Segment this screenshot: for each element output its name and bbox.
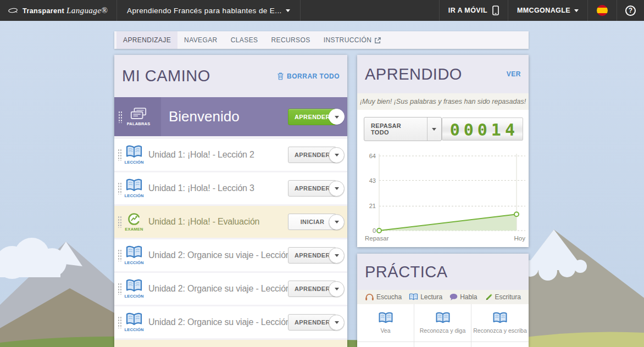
item-options-button[interactable] bbox=[329, 281, 345, 297]
item-options-button[interactable] bbox=[329, 109, 345, 125]
path-item-lesson: LECCIÓN Unidad 1: ¡Hola! - Lección 2 APR… bbox=[114, 139, 347, 171]
logo-swoosh-icon bbox=[8, 5, 18, 16]
path-item-lesson: LECCIÓN Unidad 2: Organice su viaje - Le… bbox=[114, 306, 347, 338]
drag-handle-icon[interactable] bbox=[118, 249, 121, 261]
item-options-button[interactable] bbox=[329, 147, 345, 163]
my-path-panel: MI CAMINO BORRAR TODO PALABRAS Bienvenid… bbox=[114, 55, 347, 347]
item-options-button[interactable] bbox=[329, 248, 345, 264]
username-label: MMCGONAGLE bbox=[517, 7, 570, 14]
item-options-button[interactable] bbox=[329, 214, 345, 230]
brand-logo: TransparentLanguage® bbox=[0, 0, 116, 21]
lesson-book-icon bbox=[125, 145, 143, 159]
user-menu[interactable]: MMCGONAGLE bbox=[508, 0, 587, 21]
review-counter: 00013 00014 00015 bbox=[442, 117, 523, 141]
chevron-down-icon bbox=[574, 9, 579, 12]
path-item-lesson: LECCIÓN Unidad 1: ¡Hola! - Lección 3 APR… bbox=[114, 172, 347, 204]
activity-cell[interactable] bbox=[357, 342, 414, 347]
svg-text:43: 43 bbox=[369, 177, 376, 184]
brand-suffix: Language® bbox=[66, 6, 108, 15]
path-item-exam: EXAMEN Unidad 1: ¡Hola! - Evaluación INI… bbox=[114, 206, 347, 238]
chevron-down-icon bbox=[286, 9, 290, 12]
skill-lectura[interactable]: Lectura bbox=[409, 293, 442, 301]
course-selector-label: Aprendiendo Francés para hablantes de E.… bbox=[127, 7, 282, 15]
drag-handle-icon[interactable] bbox=[118, 283, 121, 295]
book-icon bbox=[378, 312, 393, 324]
chevron-down-icon bbox=[335, 321, 339, 324]
speech-bubble-icon bbox=[449, 293, 458, 301]
brand-name: Transparent bbox=[23, 7, 64, 15]
item-type-badge: LECCIÓN bbox=[124, 294, 143, 299]
item-title: Bienvenido bbox=[169, 108, 288, 125]
item-type-badge: LECCIÓN bbox=[124, 260, 143, 265]
spanish-flag-icon bbox=[597, 5, 608, 16]
lesson-book-icon bbox=[125, 245, 143, 260]
skill-escritura[interactable]: Escritura bbox=[485, 293, 521, 301]
item-title: Unidad 2: Organice su viaje - Lección 1 bbox=[148, 250, 288, 260]
chevron-down-icon bbox=[432, 128, 436, 131]
flashcards-icon bbox=[130, 107, 147, 121]
chevron-down-icon bbox=[335, 187, 339, 190]
item-options-button[interactable] bbox=[329, 181, 345, 197]
drag-handle-icon[interactable] bbox=[118, 182, 121, 194]
book-icon bbox=[435, 312, 451, 324]
review-options-button[interactable] bbox=[427, 117, 441, 141]
skill-habla[interactable]: Habla bbox=[449, 293, 477, 301]
course-selector-dropdown[interactable]: Aprendiendo Francés para hablantes de E.… bbox=[116, 0, 301, 21]
trash-icon bbox=[277, 72, 284, 80]
lesson-book-icon bbox=[125, 178, 143, 193]
item-type-badge: LECCIÓN bbox=[124, 193, 143, 198]
chevron-down-icon bbox=[335, 288, 339, 290]
tab-navegar[interactable]: NAVEGAR bbox=[177, 31, 224, 49]
help-button[interactable]: ? bbox=[617, 0, 644, 21]
item-type-badge: LECCIÓN bbox=[124, 160, 143, 165]
activity-reconozca-y-escriba[interactable]: Reconozca y escriba bbox=[471, 304, 529, 342]
go-mobile-button[interactable]: IR A MÓVIL bbox=[439, 0, 508, 21]
chevron-down-icon bbox=[335, 116, 339, 119]
trend-area-chart: 0214364RepasarHoy bbox=[357, 148, 529, 247]
item-title: Unidad 1: ¡Hola! - Evaluación bbox=[148, 217, 288, 227]
activity-cell[interactable] bbox=[471, 342, 529, 347]
tab-aprendizaje[interactable]: APRENDIZAJE bbox=[116, 31, 177, 49]
tab-clases[interactable]: CLASES bbox=[224, 31, 265, 49]
page-title: MI CAMINO bbox=[122, 67, 210, 85]
top-navbar: TransparentLanguage® Aprendiendo Francés… bbox=[0, 0, 644, 21]
language-flag-button[interactable] bbox=[587, 0, 617, 21]
drag-handle-icon[interactable] bbox=[118, 216, 121, 228]
drag-handle-icon[interactable] bbox=[118, 316, 121, 328]
path-item-grip-area: PALABRAS bbox=[114, 97, 161, 136]
item-title: Unidad 1: ¡Hola! - Lección 2 bbox=[148, 150, 288, 160]
path-list: PALABRAS Bienvenido APRENDER LECCIÓN Uni… bbox=[114, 97, 347, 347]
drag-handle-icon[interactable] bbox=[118, 111, 122, 123]
main-tabbar: APRENDIZAJE NAVEGAR CLASES RECURSOS INST… bbox=[114, 31, 529, 49]
svg-text:64: 64 bbox=[369, 153, 376, 159]
pencil-icon bbox=[485, 293, 493, 301]
item-options-button[interactable] bbox=[329, 315, 345, 331]
learned-panel: APRENDIDO VER ¡Muy bien! ¡Sus palabras y… bbox=[357, 55, 529, 247]
learned-title: APRENDIDO bbox=[365, 65, 462, 83]
practice-skills-strip: Escucha Lectura Habla Escritura bbox=[357, 290, 529, 304]
svg-text:0: 0 bbox=[373, 227, 376, 234]
skill-escucha[interactable]: Escucha bbox=[365, 293, 402, 301]
tab-instruccion[interactable]: INSTRUCCIÓN bbox=[317, 31, 388, 49]
activity-cell[interactable] bbox=[414, 342, 471, 347]
help-icon: ? bbox=[625, 5, 636, 16]
item-title: Unidad 2: Organice su viaje - Lección 2 bbox=[148, 284, 288, 294]
svg-text:Repasar: Repasar bbox=[365, 235, 389, 242]
activity-reconozca-y-diga[interactable]: Reconozca y diga bbox=[414, 304, 471, 342]
item-type-badge: LECCIÓN bbox=[124, 327, 143, 332]
counter-digits: 00014 bbox=[442, 121, 523, 139]
view-learned-link[interactable]: VER bbox=[507, 70, 521, 78]
headphones-icon bbox=[365, 293, 374, 301]
learned-chart: 0214364RepasarHoy bbox=[357, 148, 529, 247]
phone-icon bbox=[492, 5, 499, 15]
path-item-lesson: LECCIÓN Unidad 2: Organice su viaje - Le… bbox=[114, 239, 347, 271]
practice-activities-grid: Vea Reconozca y diga Reconozca y escriba bbox=[357, 304, 529, 347]
item-type-badge: EXAMEN bbox=[125, 227, 143, 232]
activity-vea[interactable]: Vea bbox=[357, 304, 414, 342]
drag-handle-icon[interactable] bbox=[118, 149, 121, 161]
chevron-down-icon bbox=[335, 254, 339, 257]
review-all-button[interactable]: REPASAR TODO bbox=[364, 117, 427, 141]
clear-all-button[interactable]: BORRAR TODO bbox=[277, 72, 340, 80]
item-title: Unidad 1: ¡Hola! - Lección 3 bbox=[148, 183, 288, 193]
tab-recursos[interactable]: RECURSOS bbox=[264, 31, 317, 49]
